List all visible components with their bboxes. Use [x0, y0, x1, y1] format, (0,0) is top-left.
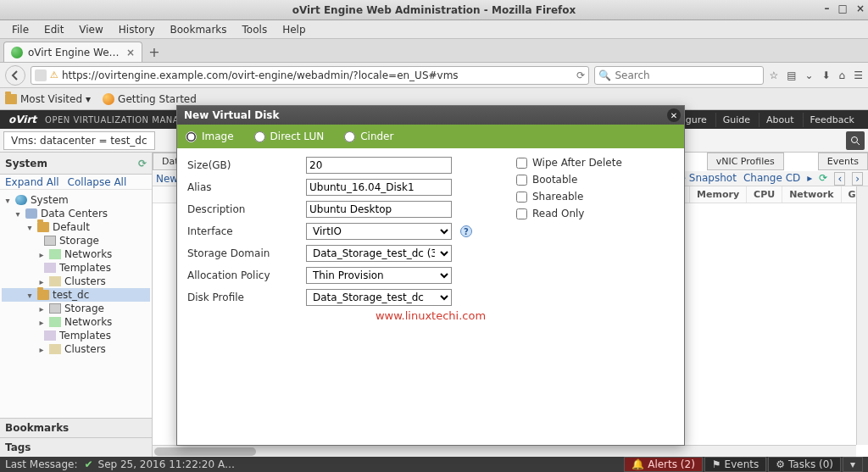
home-icon[interactable]: ⌂ — [839, 69, 846, 81]
tasks-chip[interactable]: ⚙Tasks (0) — [768, 457, 841, 472]
radio-direct-lun[interactable] — [254, 131, 265, 142]
tab-events[interactable]: Events — [818, 153, 868, 170]
size-input[interactable] — [306, 157, 452, 174]
refresh-icon[interactable]: ⟳ — [138, 158, 147, 169]
link-about[interactable]: About — [759, 113, 801, 127]
dialog-titlebar[interactable]: New Virtual Disk ✕ — [177, 106, 684, 125]
tab-cinder[interactable]: Cinder — [344, 130, 393, 142]
sidebar-tab-tags[interactable]: Tags — [0, 437, 152, 457]
breadcrumb[interactable]: Vms: datacenter = test_dc — [3, 131, 155, 150]
interface-select[interactable]: VirtIO — [306, 223, 452, 240]
minimize-icon[interactable]: – — [825, 3, 830, 14]
identity-icon[interactable] — [35, 69, 47, 81]
check-wipe[interactable]: Wipe After Delete — [516, 157, 622, 169]
tree-test-dc[interactable]: test_dc — [53, 289, 89, 301]
search-input[interactable] — [615, 69, 760, 81]
maximize-icon[interactable]: □ — [838, 3, 848, 14]
new-button[interactable]: New — [156, 173, 178, 185]
next-page-icon[interactable]: › — [852, 172, 863, 186]
hamburger-icon[interactable]: ☰ — [854, 69, 863, 81]
bookmark-star-icon[interactable]: ☆ — [769, 69, 778, 81]
tree-storage[interactable]: Storage — [59, 235, 99, 247]
allocation-policy-select[interactable]: Thin Provision — [306, 267, 452, 284]
radio-image[interactable] — [186, 131, 197, 142]
menu-edit[interactable]: Edit — [37, 22, 70, 37]
snapshot-link[interactable]: e Snapshot — [680, 172, 737, 186]
menu-tools[interactable]: Tools — [236, 22, 275, 37]
link-guide[interactable]: Guide — [715, 113, 757, 127]
vertical-scrollbar[interactable] — [856, 186, 868, 445]
reload-icon[interactable]: ⟳ — [576, 69, 585, 81]
expand-all-link[interactable]: Expand All — [5, 176, 59, 187]
svg-line-1 — [857, 142, 860, 145]
search-bar[interactable]: 🔍 — [594, 66, 764, 85]
favicon-icon — [11, 47, 23, 58]
bookmark-label: Getting Started — [118, 93, 197, 105]
tree-networks[interactable]: Networks — [64, 248, 112, 260]
browser-tab[interactable]: oVirt Engine Web Admi… × — [3, 42, 142, 62]
menu-help[interactable]: Help — [275, 22, 312, 37]
last-message-label: Last Message: — [5, 458, 77, 470]
status-expand-icon[interactable]: ▾ — [843, 457, 863, 472]
link-feedback[interactable]: Feedback — [803, 113, 861, 127]
menu-bookmarks[interactable]: Bookmarks — [164, 22, 234, 37]
tree-default[interactable]: Default — [53, 221, 90, 233]
tree-networks-2[interactable]: Networks — [64, 316, 112, 328]
tree-system[interactable]: System — [31, 194, 69, 206]
tree-storage-2[interactable]: Storage — [64, 303, 104, 314]
change-cd-link[interactable]: Change CD — [743, 172, 800, 186]
lock-warning-icon[interactable]: ⚠ — [50, 69, 58, 81]
disk-profile-select[interactable]: Data_Storage_test_dc — [306, 289, 452, 306]
alias-input[interactable] — [306, 179, 452, 196]
col-cpu[interactable]: CPU — [747, 186, 782, 203]
tab-direct-lun[interactable]: Direct LUN — [254, 130, 325, 142]
status-timestamp: Sep 25, 2016 11:22:20 A… — [98, 458, 236, 470]
col-memory[interactable]: Memory — [690, 186, 747, 203]
tab-vnic-profiles[interactable]: vNIC Profiles — [707, 153, 784, 170]
tab-close-icon[interactable]: × — [126, 47, 135, 58]
dialog-close-icon[interactable]: ✕ — [667, 108, 681, 122]
readonly-checkbox[interactable] — [516, 208, 527, 219]
downloads-icon[interactable]: ⬇ — [822, 69, 831, 81]
alerts-chip[interactable]: 🔔Alerts (2) — [624, 457, 703, 472]
shareable-checkbox[interactable] — [516, 192, 527, 203]
col-network[interactable]: Network — [782, 186, 841, 203]
check-bootable[interactable]: Bootable — [516, 174, 622, 186]
back-button[interactable] — [5, 65, 25, 86]
search-button[interactable] — [846, 131, 865, 150]
close-icon[interactable]: × — [856, 3, 865, 14]
check-shareable[interactable]: Shareable — [516, 191, 622, 203]
bootable-checkbox[interactable] — [516, 175, 527, 186]
chevron-right-icon[interactable]: ▸ — [807, 172, 812, 186]
info-icon[interactable]: ? — [460, 225, 472, 237]
bookmark-most-visited[interactable]: Most Visited ▾ — [5, 93, 91, 105]
bookmark-getting-started[interactable]: Getting Started — [103, 93, 197, 105]
menu-file[interactable]: File — [5, 22, 36, 37]
pocket-icon[interactable]: ⌄ — [804, 69, 813, 81]
radio-cinder[interactable] — [344, 131, 355, 142]
check-readonly[interactable]: Read Only — [516, 208, 622, 219]
tree-templates[interactable]: Templates — [59, 262, 111, 274]
tree-clusters-2[interactable]: Clusters — [64, 343, 106, 355]
new-tab-button[interactable]: + — [142, 42, 166, 62]
disk-type-tabs: Image Direct LUN Cinder — [177, 125, 684, 148]
menu-history[interactable]: History — [112, 22, 162, 37]
prev-page-icon[interactable]: ‹ — [834, 172, 845, 186]
url-input[interactable] — [62, 69, 573, 81]
tree-clusters[interactable]: Clusters — [64, 275, 106, 287]
tab-image[interactable]: Image — [186, 130, 234, 142]
menu-view[interactable]: View — [72, 22, 109, 37]
storage-domain-select[interactable]: Data_Storage_test_dc (39 GB free c — [306, 245, 452, 262]
refresh-small-icon[interactable]: ⟳ — [819, 172, 827, 186]
tree-templates-2[interactable]: Templates — [59, 330, 111, 342]
horizontal-scrollbar[interactable] — [153, 445, 856, 457]
library-icon[interactable]: ▤ — [787, 69, 796, 81]
sidebar-tab-bookmarks[interactable]: Bookmarks — [0, 418, 152, 437]
collapse-all-link[interactable]: Collapse All — [68, 176, 127, 187]
description-input[interactable] — [306, 201, 452, 218]
tree-datacenters[interactable]: Data Centers — [41, 208, 108, 219]
events-chip[interactable]: ⚑Events — [704, 457, 766, 472]
wipe-checkbox[interactable] — [516, 158, 527, 169]
url-bar[interactable]: ⚠ ⟳ — [31, 66, 589, 85]
flag-icon: ⚑ — [712, 458, 721, 470]
